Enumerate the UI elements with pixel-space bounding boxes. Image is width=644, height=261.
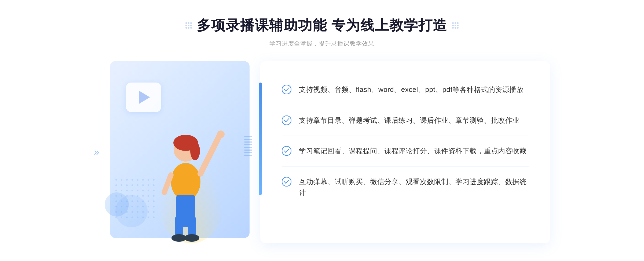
svg-point-0 <box>171 163 200 200</box>
page-title: 多项录播课辅助功能 专为线上教学打造 <box>197 16 447 35</box>
svg-point-9 <box>171 234 186 242</box>
svg-point-11 <box>217 130 225 138</box>
feature-item-3: 学习笔记回看、课程提问、课程评论打分、课件资料下载，重点内容收藏 <box>282 136 529 167</box>
feature-item-1: 支持视频、音频、flash、word、excel、ppt、pdf等各种格式的资源… <box>282 74 529 105</box>
svg-point-3 <box>190 141 200 160</box>
check-icon-2 <box>282 115 291 125</box>
features-card: 支持视频、音频、flash、word、excel、ppt、pdf等各种格式的资源… <box>260 61 550 243</box>
title-dots-right <box>452 22 459 29</box>
header-section: 多项录播课辅助功能 专为线上教学打造 学习进度全掌握，提升录播课教学效果 <box>185 16 459 48</box>
svg-line-4 <box>200 136 219 174</box>
title-row: 多项录播课辅助功能 专为线上教学打造 <box>185 16 459 35</box>
illustration-area: » <box>94 61 260 243</box>
svg-point-13 <box>282 116 291 125</box>
feature-text-3: 学习笔记回看、课程提问、课程评论打分、课件资料下载，重点内容收藏 <box>299 146 526 157</box>
chevron-left-icon: » <box>94 147 99 158</box>
feature-text-2: 支持章节目录、弹题考试、课后练习、课后作业、章节测验、批改作业 <box>299 115 519 126</box>
check-icon-4 <box>282 177 291 187</box>
check-icon-1 <box>282 85 291 94</box>
person-illustration <box>143 104 229 243</box>
svg-point-12 <box>282 85 291 94</box>
check-icon-3 <box>282 146 291 156</box>
title-dots-left <box>185 22 192 29</box>
feature-item-2: 支持章节目录、弹题考试、课后练习、课后作业、章节测验、批改作业 <box>282 105 529 136</box>
content-area: » <box>94 61 550 243</box>
play-icon <box>139 91 150 104</box>
feature-text-1: 支持视频、音频、flash、word、excel、ppt、pdf等各种格式的资源… <box>299 84 524 95</box>
feature-item-4: 互动弹幕、试听购买、微信分享、观看次数限制、学习进度跟踪、数据统计 <box>282 167 529 208</box>
svg-line-5 <box>164 175 171 192</box>
stripe-decoration <box>244 136 252 168</box>
svg-point-15 <box>282 177 291 186</box>
feature-text-4: 互动弹幕、试听购买、微信分享、观看次数限制、学习进度跟踪、数据统计 <box>299 176 529 199</box>
accent-bar <box>259 83 262 195</box>
svg-point-14 <box>282 146 291 155</box>
page-subtitle: 学习进度全掌握，提升录播课教学效果 <box>269 40 374 48</box>
svg-point-10 <box>184 234 199 242</box>
